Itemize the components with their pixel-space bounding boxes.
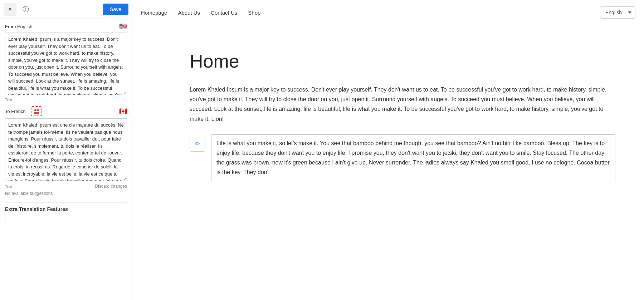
from-lang-section: From English 🇺🇸 Text: [5, 23, 127, 102]
extra-features-section: Extra Translation Features: [5, 206, 127, 226]
close-button[interactable]: ×: [4, 3, 16, 16]
from-textarea-label: Text: [5, 98, 127, 102]
people-icon-box[interactable]: [31, 106, 42, 116]
site-header: Homepage About Us Contact Us Shop Englis…: [132, 0, 644, 25]
section-divider: [5, 202, 127, 203]
discard-changes-link[interactable]: Discard changes: [95, 184, 127, 189]
to-lang-name: To French: [5, 109, 26, 114]
svg-point-2: [37, 109, 39, 111]
people-icon: [33, 108, 40, 114]
extra-features-title: Extra Translation Features: [5, 206, 127, 212]
pencil-icon: ✏: [195, 140, 200, 148]
svg-point-0: [34, 109, 36, 111]
extra-features-input[interactable]: [5, 215, 127, 226]
save-button[interactable]: Save: [103, 4, 128, 15]
to-textarea-label: Text: [5, 185, 12, 189]
info-icon: ⓘ: [23, 5, 29, 14]
svg-point-3: [36, 112, 39, 114]
from-flag: 🇺🇸: [119, 23, 127, 30]
site-nav: Homepage About Us Contact Us Shop: [141, 10, 260, 16]
from-lang-label: From English 🇺🇸: [5, 23, 127, 30]
quote-block: ✏ Life is what you make it, so let's mak…: [190, 134, 615, 181]
panel-header: × ⓘ Save: [0, 0, 132, 19]
nav-shop[interactable]: Shop: [248, 10, 260, 16]
right-panel: Homepage About Us Contact Us Shop Englis…: [132, 0, 644, 300]
to-flag: 🇨🇦: [119, 107, 127, 115]
no-suggestions: No available suggestions: [5, 189, 127, 198]
nav-contact-us[interactable]: Contact Us: [211, 10, 237, 16]
from-lang-name: From English: [5, 24, 33, 29]
info-button[interactable]: ⓘ: [19, 3, 32, 16]
nav-about-us[interactable]: About Us: [178, 10, 200, 16]
to-lang-label-row: To French 🇨🇦: [5, 106, 127, 116]
close-icon: ×: [8, 6, 12, 13]
site-content: Home Lorem Khaled Ipsum is a major key t…: [132, 25, 644, 300]
to-text-area[interactable]: [5, 118, 127, 181]
language-selector[interactable]: English French Spanish German: [600, 6, 635, 19]
page-title: Home: [190, 50, 615, 72]
edit-icon-button[interactable]: ✏: [190, 136, 205, 152]
content-paragraph-1: Lorem Khaled Ipsum is a major key to suc…: [190, 85, 615, 124]
quote-text: Life is what you make it, so let's make …: [211, 134, 615, 181]
left-panel: × ⓘ Save From English 🇺🇸 Text To French: [0, 0, 132, 300]
from-text-area[interactable]: [5, 33, 127, 95]
panel-body: From English 🇺🇸 Text To French: [0, 19, 132, 300]
nav-homepage[interactable]: Homepage: [141, 10, 167, 16]
to-lang-section: To French 🇨🇦 Text Discard changes: [5, 106, 127, 198]
